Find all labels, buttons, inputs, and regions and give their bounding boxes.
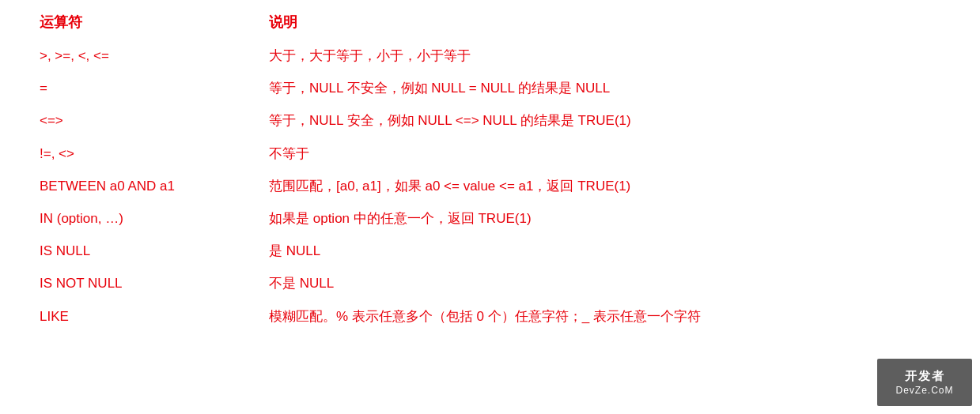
description-cell: 等于，NULL 不安全，例如 NULL = NULL 的结果是 NULL xyxy=(221,72,964,104)
table-row: IS NOT NULL不是 NULL xyxy=(16,267,964,299)
col-operator-header: 运算符 xyxy=(16,8,221,40)
description-cell: 范围匹配，[a0, a1]，如果 a0 <= value <= a1，返回 TR… xyxy=(221,170,964,202)
description-cell: 不是 NULL xyxy=(221,267,964,299)
operator-cell: !=, <> xyxy=(16,137,221,170)
operator-cell: = xyxy=(16,72,221,104)
table-row: LIKE模糊匹配。% 表示任意多个（包括 0 个）任意字符；_ 表示任意一个字符 xyxy=(16,300,964,333)
table-wrapper: 运算符 说明 >, >=, <, <=大于，大于等于，小于，小于等于=等于，NU… xyxy=(0,8,980,333)
description-cell: 等于，NULL 安全，例如 NULL <=> NULL 的结果是 TRUE(1) xyxy=(221,104,964,137)
table-row: IN (option, …)如果是 option 中的任意一个，返回 TRUE(… xyxy=(16,202,964,235)
table-row: =等于，NULL 不安全，例如 NULL = NULL 的结果是 NULL xyxy=(16,72,964,104)
description-cell: 是 NULL xyxy=(221,235,964,267)
table-row: >, >=, <, <=大于，大于等于，小于，小于等于 xyxy=(16,40,964,72)
watermark: 开发者 DevZe.CoM xyxy=(877,359,972,406)
watermark-line2: DevZe.CoM xyxy=(895,384,953,397)
operator-cell: IS NULL xyxy=(16,235,221,267)
col-description-header: 说明 xyxy=(221,8,964,40)
operator-cell: >, >=, <, <= xyxy=(16,40,221,72)
watermark-line1: 开发者 xyxy=(905,367,945,384)
table-row: <=>等于，NULL 安全，例如 NULL <=> NULL 的结果是 TRUE… xyxy=(16,104,964,137)
description-cell: 大于，大于等于，小于，小于等于 xyxy=(221,40,964,72)
operator-cell: BETWEEN a0 AND a1 xyxy=(16,170,221,202)
operator-cell: <=> xyxy=(16,104,221,137)
table-row: BETWEEN a0 AND a1范围匹配，[a0, a1]，如果 a0 <= … xyxy=(16,170,964,202)
description-cell: 不等于 xyxy=(221,137,964,170)
operators-table: 运算符 说明 >, >=, <, <=大于，大于等于，小于，小于等于=等于，NU… xyxy=(16,8,964,333)
description-cell: 模糊匹配。% 表示任意多个（包括 0 个）任意字符；_ 表示任意一个字符 xyxy=(221,300,964,333)
description-cell: 如果是 option 中的任意一个，返回 TRUE(1) xyxy=(221,202,964,235)
operator-cell: LIKE xyxy=(16,300,221,333)
table-header-row: 运算符 说明 xyxy=(16,8,964,40)
operator-cell: IS NOT NULL xyxy=(16,267,221,299)
table-row: !=, <>不等于 xyxy=(16,137,964,170)
operator-cell: IN (option, …) xyxy=(16,202,221,235)
table-row: IS NULL是 NULL xyxy=(16,235,964,267)
page-container: 运算符 说明 >, >=, <, <=大于，大于等于，小于，小于等于=等于，NU… xyxy=(0,0,980,414)
